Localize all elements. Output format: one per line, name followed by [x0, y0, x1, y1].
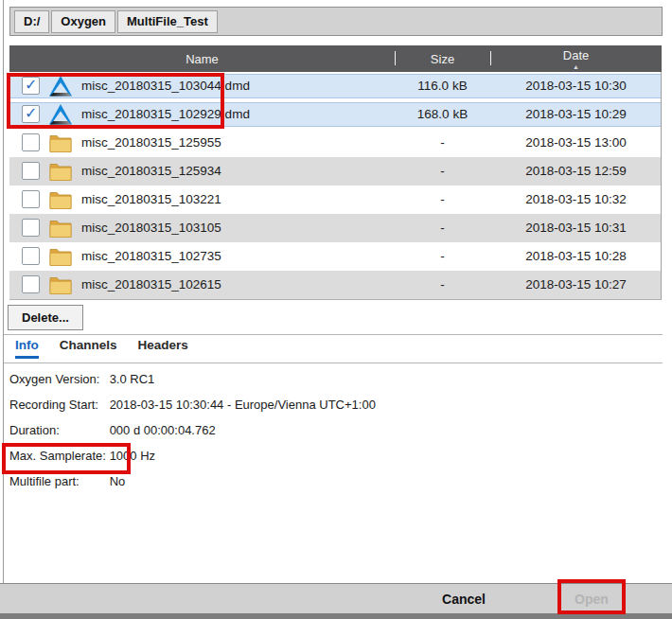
separator	[4, 334, 663, 335]
info-row-max-samplerate: Max. Samplerate: 1000 Hz	[9, 443, 376, 469]
folder-row[interactable]: misc_20180315_125955 - 2018-03-15 13:00	[9, 129, 661, 157]
column-divider	[395, 51, 396, 65]
row-checkbox[interactable]	[22, 105, 40, 123]
folder-size: -	[395, 242, 490, 271]
info-value: 000 d 00:00:04.762	[110, 423, 216, 437]
info-panel: Oxygen Version: 3.0 RC1 Recording Start:…	[9, 366, 376, 494]
folder-date: 2018-03-15 10:28	[490, 242, 662, 271]
file-date: 2018-03-15 10:29	[490, 100, 662, 129]
separator	[4, 363, 663, 363]
info-row-duration: Duration: 000 d 00:00:04.762	[9, 417, 376, 443]
folder-icon	[49, 218, 72, 239]
tab-info[interactable]: Info	[15, 338, 39, 359]
file-date: 2018-03-15 10:30	[490, 72, 662, 100]
info-value: No	[110, 474, 126, 488]
open-button[interactable]: Open	[562, 584, 621, 613]
info-value: 2018-03-15 10:30:44 - Europe/Vienna UTC+…	[110, 398, 376, 412]
info-label: Duration:	[9, 417, 106, 443]
folder-row[interactable]: misc_20180315_102615 - 2018-03-15 10:27	[9, 271, 661, 299]
folder-name: misc_20180315_103221	[81, 186, 221, 214]
breadcrumb-item-multifile-test[interactable]: MultiFile_Test	[117, 10, 218, 33]
folder-date: 2018-03-15 12:59	[490, 157, 662, 186]
info-value: 1000 Hz	[110, 449, 155, 463]
breadcrumb: D:/ Oxygen MultiFile_Test	[9, 7, 663, 36]
folder-date: 2018-03-15 13:00	[490, 129, 662, 157]
folder-date: 2018-03-15 10:27	[490, 271, 662, 299]
folder-row[interactable]: misc_20180315_102735 - 2018-03-15 10:28	[9, 242, 661, 271]
folder-name: misc_20180315_102615	[81, 271, 221, 299]
window-bottom-edge	[0, 613, 672, 619]
folder-size: -	[395, 129, 490, 157]
folder-icon	[49, 246, 72, 267]
column-header-size[interactable]: Size	[395, 45, 490, 72]
dmd-file-icon	[49, 76, 72, 97]
row-checkbox[interactable]	[22, 133, 40, 151]
info-label: Recording Start:	[9, 392, 106, 417]
folder-icon	[49, 274, 72, 295]
column-name-label: Name	[186, 52, 219, 66]
breadcrumb-item-drive[interactable]: D:/	[14, 10, 49, 33]
column-date-label: Date	[563, 48, 589, 62]
folder-size: -	[395, 157, 490, 186]
tab-headers[interactable]: Headers	[138, 338, 188, 359]
folder-date: 2018-03-15 10:32	[490, 186, 662, 214]
footer-bar: Cancel Open	[0, 583, 672, 613]
info-label: Multifile part:	[9, 469, 106, 494]
row-checkbox[interactable]	[22, 275, 40, 293]
folder-name: misc_20180315_125934	[81, 157, 221, 186]
sort-ascending-icon: ▲	[573, 63, 579, 70]
folder-row[interactable]: misc_20180315_125934 - 2018-03-15 12:59	[9, 157, 661, 186]
cancel-button[interactable]: Cancel	[426, 584, 502, 613]
folder-name: misc_20180315_125955	[81, 129, 221, 157]
row-checkbox[interactable]	[22, 162, 40, 180]
row-checkbox[interactable]	[22, 190, 40, 208]
column-divider	[490, 51, 491, 65]
info-label: Max. Samplerate:	[9, 443, 106, 469]
folder-name: misc_20180315_103105	[81, 214, 221, 242]
info-label: Oxygen Version:	[9, 366, 106, 392]
folder-date: 2018-03-15 10:31	[490, 214, 662, 242]
folder-icon	[49, 189, 72, 210]
column-header-date[interactable]: Date ▲	[490, 45, 662, 72]
folder-icon	[49, 133, 72, 153]
breadcrumb-item-oxygen[interactable]: Oxygen	[51, 10, 115, 33]
row-checkbox[interactable]	[22, 247, 40, 265]
file-row[interactable]: misc_20180315_103044.dmd 116.0 kB 2018-0…	[9, 72, 661, 100]
folder-size: -	[395, 271, 490, 299]
file-row[interactable]: misc_20180315_102929.dmd 168.0 kB 2018-0…	[9, 100, 661, 129]
column-size-label: Size	[431, 52, 454, 66]
window-left-border	[3, 0, 4, 583]
info-row-recording-start: Recording Start: 2018-03-15 10:30:44 - E…	[9, 392, 376, 417]
folder-row[interactable]: misc_20180315_103105 - 2018-03-15 10:31	[9, 214, 661, 242]
file-name: misc_20180315_103044.dmd	[81, 72, 250, 100]
file-size: 168.0 kB	[395, 100, 490, 129]
table-header: Name Size Date ▲	[9, 45, 662, 72]
row-checkbox[interactable]	[22, 77, 40, 95]
dmd-file-icon	[49, 104, 72, 125]
folder-icon	[49, 161, 72, 182]
folder-size: -	[395, 186, 490, 214]
folder-name: misc_20180315_102735	[81, 242, 221, 271]
folder-row[interactable]: misc_20180315_103221 - 2018-03-15 10:32	[9, 186, 661, 214]
info-row-multifile-part: Multifile part: No	[9, 469, 376, 494]
file-name: misc_20180315_102929.dmd	[81, 100, 250, 129]
delete-button[interactable]: Delete...	[8, 305, 83, 330]
file-size: 116.0 kB	[395, 72, 490, 100]
tab-bar: Info Channels Headers	[15, 338, 188, 359]
row-checkbox[interactable]	[22, 219, 40, 237]
tab-channels[interactable]: Channels	[60, 338, 117, 359]
info-value: 3.0 RC1	[110, 372, 155, 386]
file-list: misc_20180315_103044.dmd 116.0 kB 2018-0…	[9, 72, 662, 300]
info-row-oxygen-version: Oxygen Version: 3.0 RC1	[9, 366, 376, 392]
folder-size: -	[395, 214, 490, 242]
column-header-name[interactable]: Name	[9, 45, 395, 72]
